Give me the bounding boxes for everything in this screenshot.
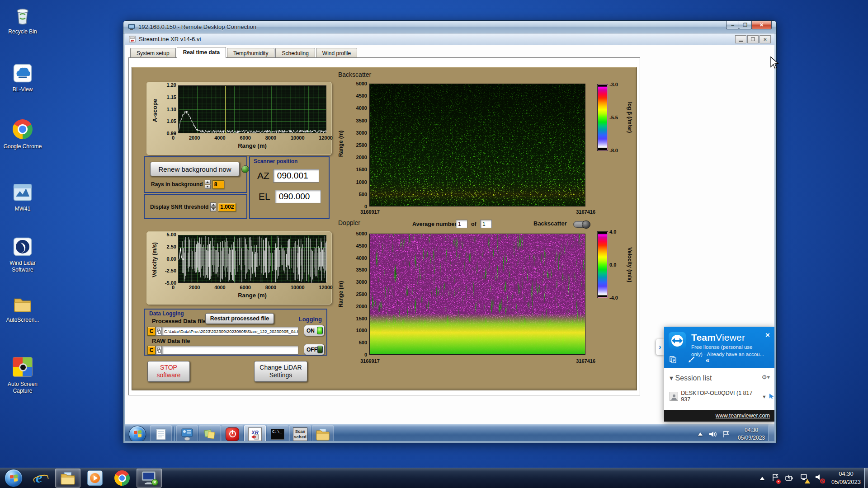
copy-icon[interactable] bbox=[670, 356, 677, 365]
desktop-icon-mw41[interactable]: MW41 bbox=[1, 182, 44, 212]
host-taskbar-internet-explorer[interactable]: e bbox=[28, 469, 53, 488]
tick-label: 0.0 bbox=[609, 262, 624, 267]
tab-real-time-data[interactable]: Real time data bbox=[177, 47, 226, 58]
session-entry-row[interactable]: DESKTOP-OE0QDVI (1 817 937 ▾ bbox=[670, 390, 774, 403]
remote-clock[interactable]: 04:30 05/09/2023 bbox=[734, 427, 769, 441]
rays-spinner[interactable] bbox=[205, 180, 211, 189]
rdp-minimize-button[interactable]: – bbox=[726, 21, 739, 29]
snr-spinner[interactable] bbox=[210, 202, 216, 211]
desktop-icon-bl-view[interactable]: BL-View bbox=[1, 62, 44, 93]
session-list-label: Session list bbox=[675, 374, 712, 382]
processed-path-row: C C:\Lidar\Data\Proc\2023\202309\2023090… bbox=[147, 327, 298, 336]
chevron-down-icon[interactable]: ▾ bbox=[763, 393, 765, 400]
desktop-icon-recycle-bin[interactable]: Recycle Bin bbox=[1, 5, 44, 35]
host-show-desktop-button[interactable] bbox=[864, 468, 868, 488]
teamviewer-body: ▾ Session list ⚙▾ DESKTOP-OE0QDVI (1 817… bbox=[664, 368, 774, 410]
remote-taskbar-streamline-xr[interactable]: XR bbox=[244, 425, 266, 441]
raw-path-field[interactable] bbox=[162, 346, 298, 355]
doppler-title: Doppler bbox=[338, 219, 360, 226]
desktop-icon-auto-screen-capture[interactable]: Auto Screen Capture bbox=[1, 356, 44, 394]
doppler-heatmap[interactable] bbox=[369, 234, 585, 355]
teamviewer-expander-tab[interactable]: › bbox=[656, 339, 664, 355]
action-center-flag-icon[interactable] bbox=[722, 431, 730, 438]
battery-power-icon[interactable] bbox=[785, 474, 794, 482]
drive-button-raw[interactable]: C bbox=[147, 346, 156, 355]
drive-button[interactable]: C bbox=[147, 327, 156, 336]
backscatter-heatmap[interactable] bbox=[369, 84, 585, 206]
teamviewer-close-icon[interactable]: × bbox=[765, 331, 770, 339]
speaker-muted-icon[interactable] bbox=[815, 474, 823, 483]
processed-path-field[interactable]: C:\Lidar\Data\Proc\2023\202309\20230905\… bbox=[162, 327, 298, 336]
network-status-icon[interactable] bbox=[801, 474, 809, 483]
flag-alert-icon[interactable]: × bbox=[772, 474, 779, 483]
az-value-field[interactable]: 090.001 bbox=[273, 169, 319, 183]
remote-show-desktop-button[interactable] bbox=[769, 424, 774, 441]
session-list-header[interactable]: ▾ Session list bbox=[670, 374, 712, 382]
backscatter-y-axis-label: Range (m) bbox=[338, 117, 344, 171]
stop-software-button[interactable]: STOP software bbox=[147, 361, 190, 382]
remote-start-button[interactable] bbox=[129, 426, 146, 441]
tab-temp-humidity[interactable]: Temp/humidity bbox=[227, 48, 274, 58]
restart-processed-file-button[interactable]: Restart processed file bbox=[205, 313, 274, 324]
chevron-right-icon: › bbox=[659, 343, 661, 351]
rdp-title-bar[interactable]: 192.168.0.150 - Remote Desktop Connectio… bbox=[123, 21, 776, 33]
backscatter-title: Backscatter bbox=[338, 71, 371, 78]
connect-cursor-icon[interactable] bbox=[769, 393, 774, 399]
host-taskbar-chrome[interactable] bbox=[109, 469, 135, 488]
remote-taskbar-stop-power[interactable] bbox=[222, 425, 243, 441]
backscatter-doppler-toggle[interactable] bbox=[573, 221, 590, 228]
remote-taskbar-command-prompt[interactable]: C:\_ bbox=[267, 425, 288, 441]
host-clock[interactable]: 04:30 05/09/2023 bbox=[828, 470, 864, 486]
tick-label: 1500 bbox=[356, 167, 367, 172]
velocity-plot-area[interactable] bbox=[178, 235, 326, 283]
license-line1: Free license (personal use bbox=[691, 344, 764, 351]
processed-logging-on-switch[interactable]: ON bbox=[304, 325, 325, 336]
velocity-x-axis-label: Range (m) bbox=[178, 292, 326, 299]
remote-taskbar-display-settings[interactable] bbox=[176, 425, 198, 441]
remote-taskbar-folder[interactable] bbox=[312, 425, 334, 441]
change-lidar-settings-button[interactable]: Change LiDAR Settings bbox=[254, 361, 307, 382]
desktop-icon-google-chrome[interactable]: Google Chrome bbox=[1, 118, 44, 150]
browse-icon-raw[interactable] bbox=[156, 346, 162, 355]
tab-system-setup[interactable]: System setup bbox=[130, 48, 176, 58]
average-total-field[interactable]: 1 bbox=[480, 220, 492, 228]
brush-icon[interactable] bbox=[688, 356, 695, 365]
host-start-button[interactable] bbox=[5, 469, 23, 487]
browse-icon[interactable] bbox=[156, 327, 162, 336]
collapse-icon[interactable]: « bbox=[706, 356, 709, 365]
desktop-icon-wind-lidar[interactable]: Wind Lidar Software bbox=[1, 236, 44, 273]
app-title-bar[interactable]: StreamLine XR v14-6.vi ✕ bbox=[125, 33, 774, 45]
labview-xr-icon: XR bbox=[248, 427, 262, 441]
app-close-button[interactable]: ✕ bbox=[760, 35, 771, 43]
tick-label: 1.15 bbox=[167, 94, 176, 100]
rdp-restore-button[interactable]: ❐ bbox=[739, 21, 752, 29]
remote-taskbar-sticky-notes[interactable] bbox=[199, 425, 221, 441]
tick-label: 10000 bbox=[291, 285, 305, 290]
host-taskbar-remote-desktop[interactable]: × bbox=[137, 469, 162, 488]
tray-expand-icon[interactable] bbox=[698, 432, 703, 436]
chrome-icon bbox=[12, 119, 33, 141]
tab-scheduling[interactable]: Scheduling bbox=[275, 48, 315, 58]
average-number-field[interactable]: 1 bbox=[456, 220, 467, 228]
tick-label: 1500 bbox=[356, 316, 367, 321]
renew-background-button[interactable]: Renew background now bbox=[150, 162, 240, 176]
raw-logging-off-switch[interactable]: OFF bbox=[304, 344, 325, 355]
ascope-plot-area[interactable] bbox=[178, 85, 326, 133]
host-taskbar-windows-explorer[interactable] bbox=[55, 469, 80, 488]
rdp-close-button[interactable]: ✕ bbox=[751, 21, 772, 29]
remote-taskbar-scan-scheduler[interactable]: Scan sched bbox=[289, 425, 311, 441]
tray-expand-icon[interactable] bbox=[760, 477, 764, 480]
tab-wind-profile[interactable]: Wind profile bbox=[316, 48, 357, 58]
rays-value-field[interactable]: 8 bbox=[212, 180, 224, 189]
el-value-field[interactable]: 090.000 bbox=[275, 190, 321, 203]
teamviewer-link[interactable]: www.teamviewer.com bbox=[716, 413, 770, 419]
remote-taskbar-notepad[interactable] bbox=[150, 425, 172, 441]
snr-value-field[interactable]: 1.002 bbox=[218, 203, 236, 211]
app-restore-button[interactable] bbox=[747, 35, 759, 43]
host-taskbar-media-player[interactable] bbox=[82, 469, 108, 488]
gear-icon[interactable]: ⚙▾ bbox=[762, 374, 770, 380]
desktop-icon-autoscreen[interactable]: AutoScreen... bbox=[1, 293, 44, 324]
app-minimize-button[interactable] bbox=[735, 35, 746, 43]
labview-front-panel: A-scope 1.201.151.101.050.99 02000400060… bbox=[132, 67, 637, 390]
speaker-icon[interactable] bbox=[709, 431, 717, 438]
